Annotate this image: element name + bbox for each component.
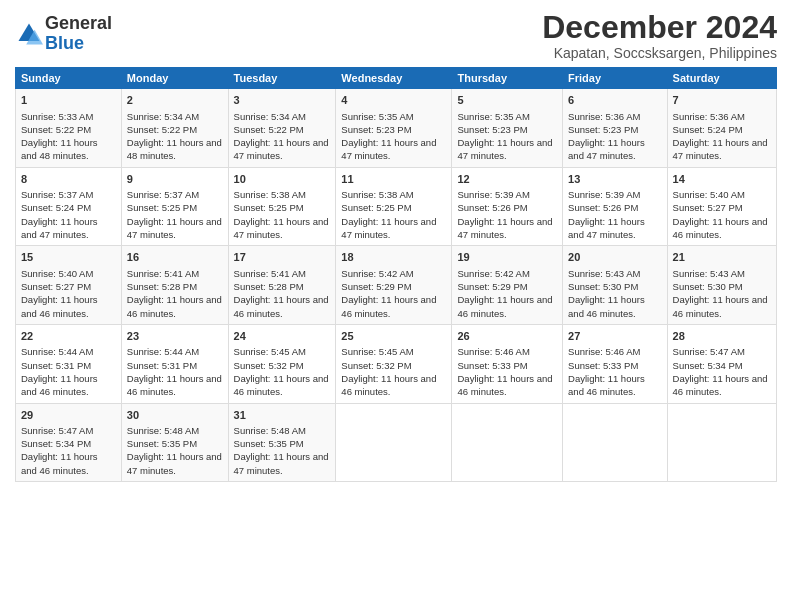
sunset: Sunset: 5:30 PM	[673, 281, 743, 292]
sunset: Sunset: 5:23 PM	[568, 124, 638, 135]
sunset: Sunset: 5:27 PM	[21, 281, 91, 292]
day-number: 14	[673, 172, 771, 187]
sunrise: Sunrise: 5:34 AM	[127, 111, 199, 122]
sunrise: Sunrise: 5:44 AM	[21, 346, 93, 357]
header-row: Sunday Monday Tuesday Wednesday Thursday…	[16, 68, 777, 89]
daylight: Daylight: 11 hours and 47 minutes.	[341, 137, 436, 161]
calendar-cell: 31Sunrise: 5:48 AMSunset: 5:35 PMDayligh…	[228, 403, 336, 482]
calendar-cell: 27Sunrise: 5:46 AMSunset: 5:33 PMDayligh…	[563, 324, 667, 403]
daylight: Daylight: 11 hours and 46 minutes.	[127, 294, 222, 318]
sunrise: Sunrise: 5:42 AM	[341, 268, 413, 279]
sunset: Sunset: 5:24 PM	[21, 202, 91, 213]
calendar-cell: 16Sunrise: 5:41 AMSunset: 5:28 PMDayligh…	[121, 246, 228, 325]
day-number: 25	[341, 329, 446, 344]
daylight: Daylight: 11 hours and 46 minutes.	[673, 216, 768, 240]
calendar-cell: 12Sunrise: 5:39 AMSunset: 5:26 PMDayligh…	[452, 167, 563, 246]
sunset: Sunset: 5:35 PM	[127, 438, 197, 449]
sunset: Sunset: 5:23 PM	[457, 124, 527, 135]
calendar-cell: 29Sunrise: 5:47 AMSunset: 5:34 PMDayligh…	[16, 403, 122, 482]
calendar-cell: 26Sunrise: 5:46 AMSunset: 5:33 PMDayligh…	[452, 324, 563, 403]
calendar-cell: 30Sunrise: 5:48 AMSunset: 5:35 PMDayligh…	[121, 403, 228, 482]
sunrise: Sunrise: 5:35 AM	[341, 111, 413, 122]
sunrise: Sunrise: 5:37 AM	[127, 189, 199, 200]
sunset: Sunset: 5:23 PM	[341, 124, 411, 135]
daylight: Daylight: 11 hours and 46 minutes.	[457, 373, 552, 397]
sunset: Sunset: 5:25 PM	[341, 202, 411, 213]
sunrise: Sunrise: 5:38 AM	[341, 189, 413, 200]
sunset: Sunset: 5:26 PM	[457, 202, 527, 213]
day-number: 19	[457, 250, 557, 265]
sunrise: Sunrise: 5:46 AM	[568, 346, 640, 357]
sunrise: Sunrise: 5:37 AM	[21, 189, 93, 200]
logo: General Blue	[15, 14, 112, 54]
calendar-cell: 1Sunrise: 5:33 AMSunset: 5:22 PMDaylight…	[16, 89, 122, 168]
sunrise: Sunrise: 5:46 AM	[457, 346, 529, 357]
daylight: Daylight: 11 hours and 47 minutes.	[457, 137, 552, 161]
sunset: Sunset: 5:22 PM	[21, 124, 91, 135]
table-row: 22Sunrise: 5:44 AMSunset: 5:31 PMDayligh…	[16, 324, 777, 403]
sunset: Sunset: 5:28 PM	[127, 281, 197, 292]
daylight: Daylight: 11 hours and 47 minutes.	[341, 216, 436, 240]
calendar-cell: 13Sunrise: 5:39 AMSunset: 5:26 PMDayligh…	[563, 167, 667, 246]
day-number: 12	[457, 172, 557, 187]
sunset: Sunset: 5:34 PM	[673, 360, 743, 371]
title-block: December 2024 Kapatan, Soccsksargen, Phi…	[542, 10, 777, 61]
daylight: Daylight: 11 hours and 46 minutes.	[673, 294, 768, 318]
day-number: 29	[21, 408, 116, 423]
daylight: Daylight: 11 hours and 47 minutes.	[234, 137, 329, 161]
sunset: Sunset: 5:24 PM	[673, 124, 743, 135]
day-number: 26	[457, 329, 557, 344]
day-number: 11	[341, 172, 446, 187]
sunset: Sunset: 5:32 PM	[234, 360, 304, 371]
page: General Blue December 2024 Kapatan, Socc…	[0, 0, 792, 612]
daylight: Daylight: 11 hours and 46 minutes.	[21, 451, 98, 475]
sunrise: Sunrise: 5:34 AM	[234, 111, 306, 122]
col-friday: Friday	[563, 68, 667, 89]
table-row: 8Sunrise: 5:37 AMSunset: 5:24 PMDaylight…	[16, 167, 777, 246]
calendar-cell: 23Sunrise: 5:44 AMSunset: 5:31 PMDayligh…	[121, 324, 228, 403]
sunset: Sunset: 5:28 PM	[234, 281, 304, 292]
sunset: Sunset: 5:29 PM	[341, 281, 411, 292]
daylight: Daylight: 11 hours and 46 minutes.	[568, 373, 645, 397]
sunset: Sunset: 5:25 PM	[234, 202, 304, 213]
daylight: Daylight: 11 hours and 46 minutes.	[341, 294, 436, 318]
col-monday: Monday	[121, 68, 228, 89]
col-sunday: Sunday	[16, 68, 122, 89]
sunrise: Sunrise: 5:48 AM	[127, 425, 199, 436]
sunrise: Sunrise: 5:45 AM	[234, 346, 306, 357]
col-wednesday: Wednesday	[336, 68, 452, 89]
calendar-cell: 14Sunrise: 5:40 AMSunset: 5:27 PMDayligh…	[667, 167, 776, 246]
sunset: Sunset: 5:25 PM	[127, 202, 197, 213]
day-number: 27	[568, 329, 661, 344]
table-row: 1Sunrise: 5:33 AMSunset: 5:22 PMDaylight…	[16, 89, 777, 168]
daylight: Daylight: 11 hours and 47 minutes.	[673, 137, 768, 161]
calendar-cell: 9Sunrise: 5:37 AMSunset: 5:25 PMDaylight…	[121, 167, 228, 246]
calendar-cell: 18Sunrise: 5:42 AMSunset: 5:29 PMDayligh…	[336, 246, 452, 325]
daylight: Daylight: 11 hours and 47 minutes.	[568, 216, 645, 240]
logo-general: General	[45, 13, 112, 33]
day-number: 30	[127, 408, 223, 423]
sunrise: Sunrise: 5:38 AM	[234, 189, 306, 200]
calendar-cell: 19Sunrise: 5:42 AMSunset: 5:29 PMDayligh…	[452, 246, 563, 325]
day-number: 2	[127, 93, 223, 108]
col-thursday: Thursday	[452, 68, 563, 89]
logo-blue: Blue	[45, 33, 84, 53]
day-number: 22	[21, 329, 116, 344]
day-number: 3	[234, 93, 331, 108]
calendar-cell: 11Sunrise: 5:38 AMSunset: 5:25 PMDayligh…	[336, 167, 452, 246]
sunset: Sunset: 5:33 PM	[457, 360, 527, 371]
sunset: Sunset: 5:22 PM	[127, 124, 197, 135]
daylight: Daylight: 11 hours and 46 minutes.	[673, 373, 768, 397]
daylight: Daylight: 11 hours and 47 minutes.	[234, 216, 329, 240]
table-row: 15Sunrise: 5:40 AMSunset: 5:27 PMDayligh…	[16, 246, 777, 325]
calendar-table: Sunday Monday Tuesday Wednesday Thursday…	[15, 67, 777, 482]
day-number: 6	[568, 93, 661, 108]
sunrise: Sunrise: 5:47 AM	[673, 346, 745, 357]
sunrise: Sunrise: 5:40 AM	[673, 189, 745, 200]
day-number: 5	[457, 93, 557, 108]
daylight: Daylight: 11 hours and 46 minutes.	[341, 373, 436, 397]
sunrise: Sunrise: 5:48 AM	[234, 425, 306, 436]
daylight: Daylight: 11 hours and 46 minutes.	[234, 294, 329, 318]
day-number: 24	[234, 329, 331, 344]
daylight: Daylight: 11 hours and 46 minutes.	[234, 373, 329, 397]
